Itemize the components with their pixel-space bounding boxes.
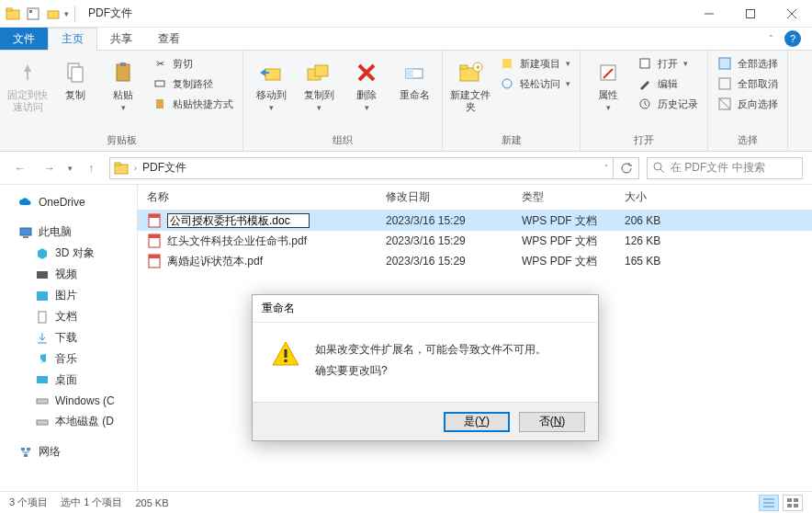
- dialog-yes-button[interactable]: 是(Y): [444, 412, 510, 432]
- copy-to-icon: [304, 58, 333, 87]
- file-row[interactable]: 离婚起诉状范本.pdf2023/3/16 15:29WPS PDF 文档165 …: [138, 251, 812, 271]
- tree-onedrive[interactable]: OneDrive: [0, 192, 137, 212]
- svg-rect-41: [37, 376, 48, 383]
- address-box[interactable]: › PDF文件 ˅: [109, 157, 614, 179]
- col-type[interactable]: 类型: [513, 189, 615, 205]
- svg-rect-60: [285, 349, 288, 358]
- invert-selection-button[interactable]: 反向选择: [714, 95, 782, 113]
- dialog-message-2: 确实要更改吗?: [315, 360, 547, 382]
- easy-access-button[interactable]: 轻松访问 ▾: [496, 74, 574, 93]
- dialog-message-1: 如果改变文件扩展名，可能会导致文件不可用。: [315, 339, 547, 360]
- tree-downloads[interactable]: 下载: [0, 327, 137, 348]
- file-row[interactable]: 2023/3/16 15:29WPS PDF 文档206 KB: [138, 211, 812, 231]
- group-label-open: 打开: [586, 131, 702, 149]
- svg-rect-11: [117, 64, 130, 81]
- ribbon-collapse-icon[interactable]: ˄: [769, 34, 773, 43]
- rename-button[interactable]: 重命名: [392, 54, 436, 105]
- tree-pictures[interactable]: 图片: [0, 285, 137, 306]
- svg-rect-19: [406, 69, 413, 78]
- tree-documents[interactable]: 文档: [0, 306, 137, 327]
- move-to-button[interactable]: 移动到▾: [249, 54, 293, 117]
- file-row[interactable]: 红头文件科技企业任命书.pdf2023/3/16 15:29WPS PDF 文档…: [138, 231, 812, 251]
- copy-to-button[interactable]: 复制到▾: [297, 54, 341, 117]
- svg-rect-3: [29, 10, 32, 13]
- nav-recent-dropdown[interactable]: ▾: [68, 164, 73, 173]
- ribbon: 固定到快速访问 复制 粘贴▾ ✂剪切 复制路径 粘贴快捷方式 剪贴板 移动到▾ …: [0, 51, 812, 152]
- history-button[interactable]: 历史记录: [634, 95, 702, 113]
- properties-button[interactable]: 属性▾: [586, 54, 630, 117]
- nav-forward-button[interactable]: →: [39, 157, 61, 179]
- svg-rect-40: [39, 312, 46, 323]
- select-all-icon: [717, 56, 732, 71]
- file-size: 165 KB: [615, 255, 689, 268]
- file-size: 206 KB: [615, 214, 689, 227]
- svg-rect-43: [37, 420, 48, 425]
- search-input[interactable]: 在 PDF文件 中搜索: [647, 157, 803, 179]
- downloads-icon: [35, 331, 50, 346]
- tab-share[interactable]: 共享: [97, 28, 145, 50]
- paste-icon: [108, 58, 138, 87]
- pdf-file-icon: [147, 254, 162, 268]
- move-to-icon: [256, 58, 286, 87]
- music-icon: [35, 352, 50, 367]
- svg-rect-56: [787, 498, 792, 502]
- svg-rect-36: [20, 228, 31, 235]
- tree-music[interactable]: 音乐: [0, 348, 137, 370]
- tree-drive-d[interactable]: 本地磁盘 (D: [0, 411, 137, 432]
- svg-rect-6: [746, 9, 754, 17]
- rename-input[interactable]: [167, 213, 310, 228]
- tree-network[interactable]: 网络: [0, 441, 137, 462]
- refresh-button[interactable]: [614, 157, 639, 179]
- delete-button[interactable]: 删除▾: [344, 54, 389, 117]
- svg-text:✦: ✦: [475, 63, 481, 72]
- close-button[interactable]: [771, 0, 812, 27]
- tree-3d-objects[interactable]: 3D 对象: [0, 243, 137, 264]
- view-icons-button[interactable]: [783, 495, 803, 511]
- col-name[interactable]: 名称: [138, 189, 377, 205]
- tab-file[interactable]: 文件: [0, 28, 48, 50]
- maximize-button[interactable]: [729, 0, 771, 27]
- address-dropdown-icon[interactable]: ˅: [604, 164, 609, 173]
- qat-dropdown-icon[interactable]: ▾: [64, 9, 69, 18]
- help-icon[interactable]: ?: [784, 30, 801, 47]
- copy-path-icon: [152, 76, 167, 91]
- tree-drive-c[interactable]: Windows (C: [0, 391, 137, 411]
- pdf-file-icon: [147, 234, 162, 248]
- file-date: 2023/3/16 15:29: [377, 234, 513, 247]
- copy-button[interactable]: 复制: [53, 54, 97, 105]
- open-button[interactable]: 打开 ▾: [634, 54, 702, 73]
- delete-icon: [352, 58, 381, 87]
- tree-this-pc[interactable]: 此电脑: [0, 222, 137, 243]
- tree-videos[interactable]: 视频: [0, 264, 137, 285]
- select-none-button[interactable]: 全部取消: [714, 74, 782, 93]
- open-icon: [637, 56, 652, 71]
- folder-app-icon: [4, 5, 22, 23]
- select-all-button[interactable]: 全部选择: [714, 54, 782, 73]
- file-date: 2023/3/16 15:29: [377, 214, 513, 227]
- paste-shortcut-button[interactable]: 粘贴快捷方式: [149, 95, 237, 113]
- qat-properties-icon[interactable]: [24, 5, 42, 23]
- nav-back-button[interactable]: ←: [9, 157, 31, 179]
- edit-icon: [637, 76, 652, 91]
- nav-up-button[interactable]: ↑: [80, 157, 102, 179]
- tab-home[interactable]: 主页: [48, 28, 97, 51]
- view-details-button[interactable]: [759, 495, 779, 511]
- tab-view[interactable]: 查看: [145, 28, 193, 50]
- dialog-no-button[interactable]: 否(N): [519, 412, 585, 432]
- svg-rect-37: [23, 236, 28, 238]
- video-icon: [35, 268, 50, 282]
- tree-desktop[interactable]: 桌面: [0, 370, 137, 391]
- minimize-button[interactable]: [688, 0, 729, 27]
- col-date[interactable]: 修改日期: [377, 189, 513, 205]
- col-size[interactable]: 大小: [615, 189, 689, 205]
- new-item-button[interactable]: 新建项目 ▾: [496, 54, 574, 73]
- copy-path-button[interactable]: 复制路径: [149, 74, 237, 93]
- paste-button[interactable]: 粘贴▾: [101, 54, 145, 117]
- pin-button[interactable]: 固定到快速访问: [6, 54, 50, 117]
- new-folder-button[interactable]: ✦新建文件夹: [448, 54, 492, 117]
- properties-icon: [593, 58, 623, 87]
- cut-button[interactable]: ✂剪切: [149, 54, 237, 73]
- svg-rect-44: [21, 448, 25, 450]
- qat-new-folder-icon[interactable]: [44, 5, 62, 23]
- edit-button[interactable]: 编辑: [634, 74, 702, 93]
